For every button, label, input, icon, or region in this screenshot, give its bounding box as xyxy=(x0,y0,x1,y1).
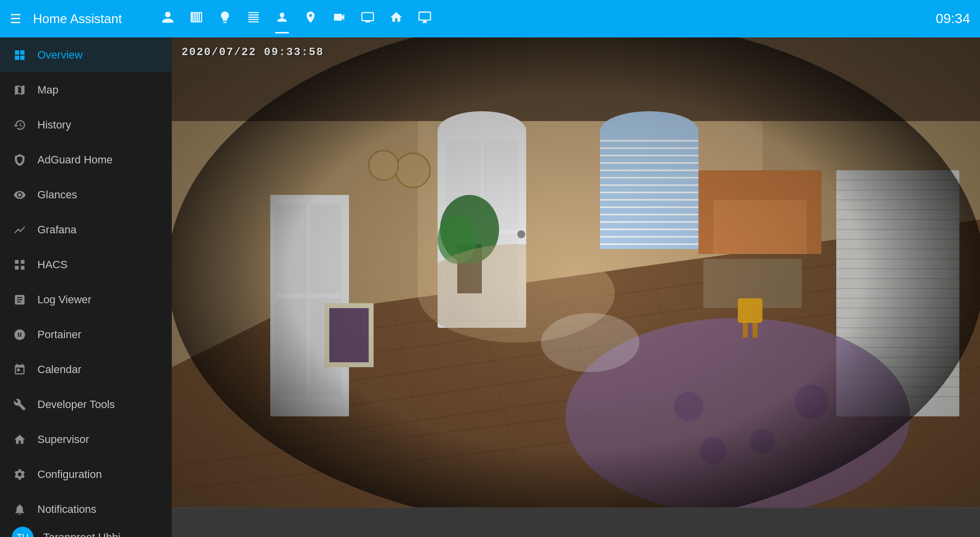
bottom-strip xyxy=(172,507,980,537)
sidebar-item-calendar[interactable]: Calendar xyxy=(0,352,172,387)
adguard-icon xyxy=(12,154,28,166)
sidebar-item-hacs[interactable]: HACS xyxy=(0,247,172,282)
portainer-icon xyxy=(12,328,28,341)
sidebar-item-notifications[interactable]: Notifications xyxy=(0,492,172,527)
user-name: Taranpreet Ubhi xyxy=(43,531,121,537)
svg-rect-3 xyxy=(21,260,25,264)
svg-rect-2 xyxy=(15,260,19,264)
sidebar: Overview Map History AdGuard Home xyxy=(0,37,172,537)
history-icon xyxy=(12,119,28,131)
content-area: 2020/07/22 09:33:58 xyxy=(172,37,980,537)
sidebar-item-configuration[interactable]: Configuration xyxy=(0,457,172,492)
sidebar-label-devtools: Developer Tools xyxy=(37,398,115,411)
camera-timestamp: 2020/07/22 09:33:58 xyxy=(182,46,324,59)
sidebar-label-adguard: AdGuard Home xyxy=(37,154,113,166)
sidebar-label-configuration: Configuration xyxy=(37,468,102,481)
sidebar-label-glances: Glances xyxy=(37,189,77,201)
monitor-icon[interactable] xyxy=(418,10,432,28)
sidebar-item-history[interactable]: History xyxy=(0,107,172,142)
sidebar-label-overview: Overview xyxy=(37,49,83,62)
map-icon xyxy=(12,84,28,96)
camera-scene xyxy=(172,37,980,507)
sidebar-item-logviewer[interactable]: Log Viewer xyxy=(0,282,172,317)
supervisor-icon xyxy=(12,433,28,446)
menu-icon[interactable]: ☰ xyxy=(10,11,21,27)
svg-rect-5 xyxy=(21,266,25,270)
sidebar-item-adguard[interactable]: AdGuard Home xyxy=(0,142,172,177)
sidebar-item-grafana[interactable]: Grafana xyxy=(0,212,172,247)
bell-icon xyxy=(12,503,28,516)
blind-icon[interactable] xyxy=(247,10,260,28)
camera-feed: 2020/07/22 09:33:58 xyxy=(172,37,980,507)
sidebar-item-devtools[interactable]: Developer Tools xyxy=(0,387,172,422)
overview-icon xyxy=(12,49,28,62)
svg-point-1 xyxy=(281,14,284,18)
avatar: TU xyxy=(12,527,33,537)
sidebar-label-grafana: Grafana xyxy=(37,223,77,236)
home-icon[interactable] xyxy=(389,10,403,28)
main-layout: Overview Map History AdGuard Home xyxy=(0,37,980,537)
sidebar-label-hacs: HACS xyxy=(37,258,67,271)
sidebar-item-portainer[interactable]: Portainer xyxy=(0,317,172,352)
sidebar-item-supervisor[interactable]: Supervisor xyxy=(0,422,172,457)
grafana-icon xyxy=(12,223,28,236)
person-icon[interactable] xyxy=(161,10,175,28)
sidebar-label-logviewer: Log Viewer xyxy=(37,293,92,306)
sidebar-item-overview[interactable]: Overview xyxy=(0,37,172,72)
topbar-icon-group xyxy=(151,10,936,28)
config-icon xyxy=(12,468,28,481)
topbar: ☰ Home Assistant xyxy=(0,0,980,37)
glances-icon xyxy=(12,189,28,201)
room-svg xyxy=(172,37,980,507)
sidebar-item-map[interactable]: Map xyxy=(0,72,172,107)
radiator-icon[interactable] xyxy=(190,10,203,28)
clock: 09:34 xyxy=(936,11,970,27)
svg-point-101 xyxy=(172,37,980,507)
app-title: Home Assistant xyxy=(33,11,151,27)
sidebar-label-notifications: Notifications xyxy=(37,503,96,516)
hacs-icon xyxy=(12,258,28,271)
sidebar-item-glances[interactable]: Glances xyxy=(0,177,172,212)
sidebar-label-portainer: Portainer xyxy=(37,328,81,341)
location-icon[interactable] xyxy=(304,10,317,28)
sidebar-label-calendar: Calendar xyxy=(37,363,81,376)
media-icon[interactable] xyxy=(361,10,375,28)
sidebar-label-history: History xyxy=(37,119,71,131)
camera-person-icon[interactable] xyxy=(275,10,289,28)
video-camera-icon[interactable] xyxy=(332,10,346,28)
sidebar-label-supervisor: Supervisor xyxy=(37,433,89,446)
sidebar-label-map: Map xyxy=(37,84,59,96)
svg-rect-4 xyxy=(15,266,19,270)
devtools-icon xyxy=(12,398,28,411)
log-icon xyxy=(12,293,28,306)
bulb-icon[interactable] xyxy=(218,10,232,28)
calendar-icon xyxy=(12,363,28,376)
user-profile[interactable]: TU Taranpreet Ubhi xyxy=(0,527,172,537)
